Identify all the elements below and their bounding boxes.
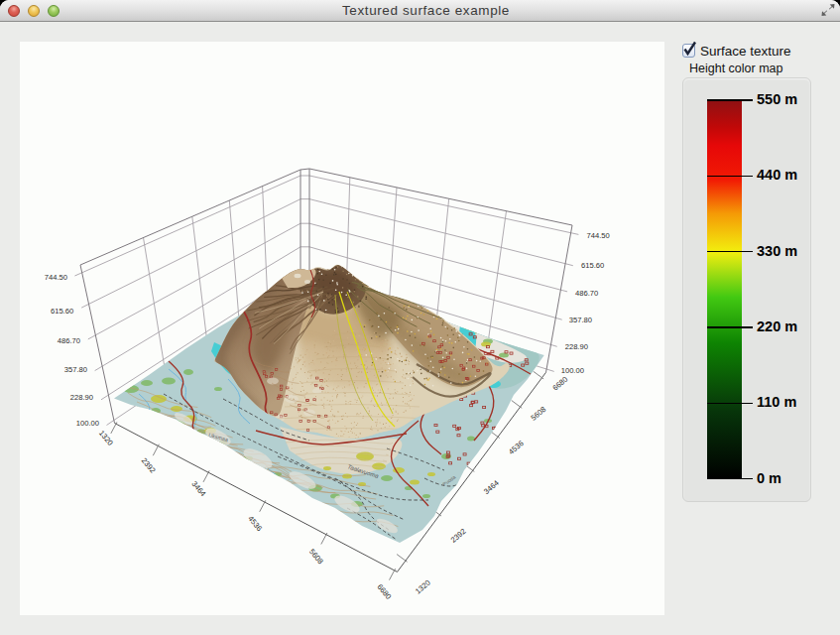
svg-text:6680: 6680 <box>551 375 570 393</box>
svg-text:486.70: 486.70 <box>58 336 80 345</box>
svg-text:6680: 6680 <box>376 582 394 601</box>
svg-text:5608: 5608 <box>530 405 548 423</box>
svg-text:357.80: 357.80 <box>64 365 87 374</box>
svg-text:100.00: 100.00 <box>76 419 99 428</box>
svg-text:1320: 1320 <box>414 578 432 596</box>
svg-text:744.50: 744.50 <box>45 273 67 282</box>
svg-text:228.90: 228.90 <box>70 393 93 402</box>
svg-text:486.70: 486.70 <box>575 289 598 298</box>
svg-text:2392: 2392 <box>140 456 158 475</box>
svg-text:357.80: 357.80 <box>569 316 592 324</box>
svg-text:5608: 5608 <box>307 548 325 567</box>
svg-text:4536: 4536 <box>507 439 526 456</box>
svg-text:4536: 4536 <box>246 514 264 533</box>
svg-text:615.60: 615.60 <box>581 261 604 270</box>
svg-text:615.60: 615.60 <box>51 307 73 316</box>
svg-text:2392: 2392 <box>449 527 468 545</box>
svg-text:3464: 3464 <box>190 479 208 498</box>
svg-text:744.50: 744.50 <box>587 231 610 240</box>
svg-text:100.00: 100.00 <box>561 366 584 375</box>
svg-text:228.90: 228.90 <box>565 342 588 351</box>
svg-text:3464: 3464 <box>482 478 501 496</box>
